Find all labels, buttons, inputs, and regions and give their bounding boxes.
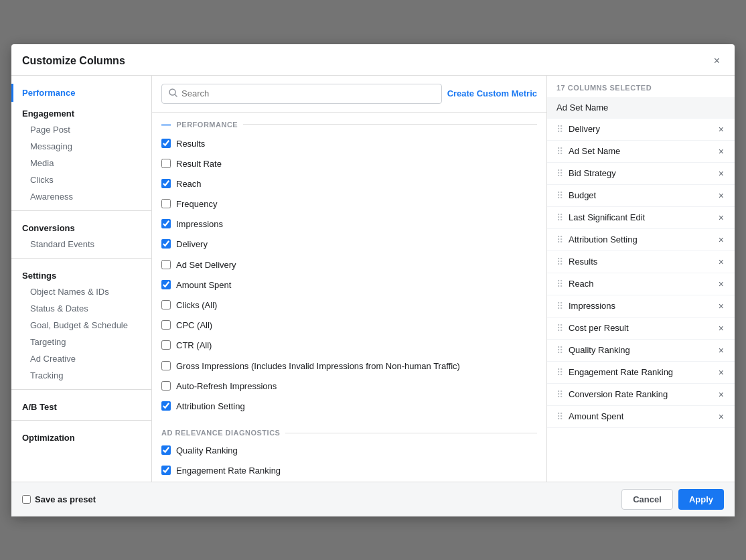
checkbox-quality-ranking-input[interactable] bbox=[161, 445, 171, 455]
collapse-icon[interactable]: — bbox=[161, 119, 171, 130]
drag-handle-conversion-rate-ranking[interactable]: ⠿ bbox=[556, 389, 563, 400]
checkbox-clicks-all[interactable]: Clicks (All) bbox=[152, 295, 546, 316]
selected-item-engagement-rate-ranking: ⠿ Engagement Rate Ranking × bbox=[547, 362, 735, 384]
checkbox-ctr-all[interactable]: CTR (All) bbox=[152, 336, 546, 356]
sidebar-item-goal-budget[interactable]: Goal, Budget & Schedule bbox=[11, 317, 151, 334]
checkbox-gross-impressions-input[interactable] bbox=[161, 361, 171, 370]
checkbox-engagement-rate-ranking-input[interactable] bbox=[161, 466, 171, 475]
drag-handle-last-significant-edit[interactable]: ⠿ bbox=[556, 212, 563, 223]
drag-handle-impressions[interactable]: ⠿ bbox=[556, 301, 563, 311]
checkbox-amount-spent-label: Amount Spent bbox=[176, 279, 231, 291]
selected-item-quality-ranking: ⠿ Quality Ranking × bbox=[547, 340, 735, 362]
checkbox-delivery-input[interactable] bbox=[161, 239, 171, 249]
remove-budget-button[interactable]: × bbox=[717, 191, 725, 200]
sidebar-item-targeting[interactable]: Targeting bbox=[11, 334, 151, 350]
checkbox-gross-impressions[interactable]: Gross Impressions (Includes Invalid Impr… bbox=[152, 356, 546, 376]
sidebar-item-messaging[interactable]: Messaging bbox=[11, 138, 151, 155]
sidebar-item-status-dates[interactable]: Status & Dates bbox=[11, 300, 151, 317]
checkbox-impressions-input[interactable] bbox=[161, 219, 171, 228]
search-input[interactable] bbox=[181, 88, 435, 98]
remove-attribution-setting-button[interactable]: × bbox=[717, 235, 725, 244]
checkbox-delivery[interactable]: Delivery bbox=[152, 234, 546, 255]
sidebar-item-media[interactable]: Media bbox=[11, 155, 151, 171]
checkbox-cpc-all-label: CPC (All) bbox=[176, 320, 212, 332]
sidebar-item-ad-creative[interactable]: Ad Creative bbox=[11, 350, 151, 367]
drag-handle-engagement-rate-ranking[interactable]: ⠿ bbox=[556, 367, 563, 378]
sidebar-item-clicks[interactable]: Clicks bbox=[11, 171, 151, 188]
remove-conversion-rate-ranking-button[interactable]: × bbox=[717, 390, 725, 399]
checkbox-auto-refresh-label: Auto-Refresh Impressions bbox=[176, 380, 277, 393]
selected-item-delivery: ⠿ Delivery × bbox=[547, 119, 735, 141]
remove-last-significant-edit-button[interactable]: × bbox=[717, 213, 725, 222]
selected-item-bid-strategy: ⠿ Bid Strategy × bbox=[547, 163, 735, 185]
remove-impressions-button[interactable]: × bbox=[717, 301, 725, 311]
remove-ad-set-name-button[interactable]: × bbox=[717, 147, 725, 156]
remove-bid-strategy-button[interactable]: × bbox=[717, 169, 725, 178]
sidebar-item-tracking[interactable]: Tracking bbox=[11, 367, 151, 384]
sidebar-item-standard-events[interactable]: Standard Events bbox=[11, 236, 151, 253]
apply-button[interactable]: Apply bbox=[678, 489, 724, 510]
checkbox-quality-ranking[interactable]: Quality Ranking bbox=[152, 441, 546, 461]
save-preset-area: Save as preset bbox=[22, 494, 96, 504]
checkbox-result-rate-input[interactable] bbox=[161, 159, 171, 168]
remove-engagement-rate-ranking-button[interactable]: × bbox=[717, 368, 725, 377]
search-bar: Create Custom Metric bbox=[152, 76, 546, 113]
selected-label-quality-ranking: Quality Ranking bbox=[569, 345, 712, 355]
checkbox-reach-label: Reach bbox=[176, 178, 202, 190]
sidebar-item-performance[interactable]: Performance bbox=[11, 84, 151, 102]
drag-handle-cost-per-result[interactable]: ⠿ bbox=[556, 323, 563, 334]
checkbox-cpc-all[interactable]: CPC (All) bbox=[152, 316, 546, 336]
drag-handle-reach[interactable]: ⠿ bbox=[556, 279, 563, 289]
drag-handle-bid-strategy[interactable]: ⠿ bbox=[556, 168, 563, 179]
checkbox-results[interactable]: Results bbox=[152, 134, 546, 154]
checkbox-results-input[interactable] bbox=[161, 139, 171, 148]
sidebar-item-object-names[interactable]: Object Names & IDs bbox=[11, 283, 151, 300]
drag-handle-amount-spent[interactable]: ⠿ bbox=[556, 411, 563, 422]
checkbox-amount-spent-input[interactable] bbox=[161, 280, 171, 289]
drag-handle-ad-set-name[interactable]: ⠿ bbox=[556, 146, 563, 157]
checkbox-impressions[interactable]: Impressions bbox=[152, 214, 546, 234]
remove-quality-ranking-button[interactable]: × bbox=[717, 346, 725, 355]
selected-item-last-significant-edit: ⠿ Last Significant Edit × bbox=[547, 207, 735, 229]
drag-handle-attribution-setting[interactable]: ⠿ bbox=[556, 234, 563, 245]
checkbox-ad-set-delivery-label: Ad Set Delivery bbox=[176, 259, 236, 271]
checkbox-reach-input[interactable] bbox=[161, 179, 171, 188]
drag-handle-budget[interactable]: ⠿ bbox=[556, 190, 563, 201]
remove-results-button[interactable]: × bbox=[717, 257, 725, 267]
checkbox-ad-set-delivery[interactable]: Ad Set Delivery bbox=[152, 255, 546, 275]
checkbox-result-rate[interactable]: Result Rate bbox=[152, 154, 546, 174]
customize-columns-modal: Customize Columns × Performance Engageme… bbox=[11, 44, 735, 516]
close-button[interactable]: × bbox=[710, 54, 724, 68]
checkbox-amount-spent[interactable]: Amount Spent bbox=[152, 275, 546, 295]
remove-amount-spent-button[interactable]: × bbox=[717, 412, 725, 421]
drag-handle-results[interactable]: ⠿ bbox=[556, 257, 563, 267]
checkbox-attribution-setting[interactable]: Attribution Setting bbox=[152, 397, 546, 417]
sidebar-item-page-post[interactable]: Page Post bbox=[11, 121, 151, 138]
save-preset-checkbox[interactable] bbox=[22, 495, 31, 504]
checkbox-auto-refresh-input[interactable] bbox=[161, 381, 171, 391]
drag-handle-quality-ranking[interactable]: ⠿ bbox=[556, 345, 563, 356]
checkbox-attribution-setting-input[interactable] bbox=[161, 401, 171, 411]
center-panel: Create Custom Metric — PERFORMANCE Resul… bbox=[152, 76, 547, 482]
checkbox-clicks-all-input[interactable] bbox=[161, 300, 171, 309]
checkbox-reach[interactable]: Reach bbox=[152, 174, 546, 194]
remove-cost-per-result-button[interactable]: × bbox=[717, 324, 725, 333]
sidebar-category-optimization: Optimization bbox=[11, 426, 151, 445]
modal-header: Customize Columns × bbox=[11, 44, 735, 76]
drag-handle-delivery[interactable]: ⠿ bbox=[556, 124, 563, 135]
checkbox-impressions-label: Impressions bbox=[176, 218, 223, 230]
checkbox-auto-refresh[interactable]: Auto-Refresh Impressions bbox=[152, 376, 546, 397]
checkbox-frequency-input[interactable] bbox=[161, 199, 171, 208]
sidebar-item-awareness[interactable]: Awareness bbox=[11, 188, 151, 205]
checkbox-engagement-rate-ranking[interactable]: Engagement Rate Ranking bbox=[152, 461, 546, 481]
remove-delivery-button[interactable]: × bbox=[717, 125, 725, 134]
cancel-button[interactable]: Cancel bbox=[621, 489, 673, 510]
sidebar-category-ab-test: A/B Test bbox=[11, 395, 151, 415]
checkbox-frequency[interactable]: Frequency bbox=[152, 194, 546, 214]
checkbox-cpc-all-input[interactable] bbox=[161, 320, 171, 330]
selected-label-bid-strategy: Bid Strategy bbox=[569, 168, 712, 178]
checkbox-ad-set-delivery-input[interactable] bbox=[161, 260, 171, 269]
checkbox-ctr-all-input[interactable] bbox=[161, 340, 171, 350]
create-custom-metric-button[interactable]: Create Custom Metric bbox=[447, 88, 537, 98]
remove-reach-button[interactable]: × bbox=[717, 279, 725, 289]
